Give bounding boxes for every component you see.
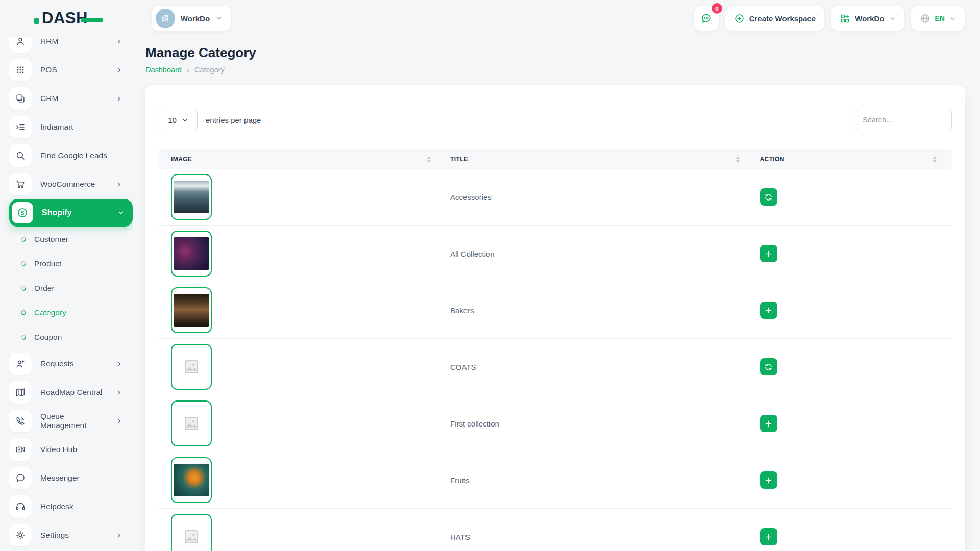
- category-photo: [174, 520, 209, 551]
- add-button[interactable]: [760, 302, 777, 319]
- sync-button[interactable]: [760, 358, 777, 375]
- category-title: Fruits: [450, 476, 470, 485]
- add-button[interactable]: [760, 471, 777, 489]
- image-cell: [159, 231, 438, 277]
- entries-value: 10: [168, 116, 177, 124]
- add-button[interactable]: [760, 245, 777, 262]
- chevron-down-icon: [889, 15, 896, 22]
- sidebar-item-helpdesk[interactable]: Helpdesk: [9, 492, 133, 521]
- sync-icon: [764, 193, 773, 202]
- column-label: IMAGE: [171, 156, 192, 163]
- image-cell: [159, 174, 438, 220]
- plus-icon: [764, 249, 773, 258]
- category-title: All Collection: [450, 249, 495, 258]
- category-photo: [174, 464, 209, 496]
- pos-icon: [9, 59, 32, 81]
- language-selector[interactable]: EN: [911, 6, 965, 31]
- chevron-down-icon: [182, 117, 188, 123]
- category-photo: [174, 294, 209, 327]
- sidebar-subitem-order[interactable]: Order: [9, 276, 133, 300]
- category-photo: [174, 237, 209, 270]
- sidebar-item-find-google-leads[interactable]: Find Google Leads: [9, 141, 133, 170]
- page-title: Manage Category: [145, 45, 980, 61]
- category-thumbnail: [171, 514, 212, 551]
- header-actions: 0 Create Workspace WorkDo EN: [694, 6, 965, 31]
- category-table: IMAGE TITLE ACTION: [159, 149, 952, 551]
- dot-icon: [20, 236, 27, 243]
- breadcrumb-dashboard-link[interactable]: Dashboard: [145, 66, 182, 74]
- sync-button[interactable]: [760, 188, 777, 206]
- dot-icon: [20, 260, 27, 267]
- messages-button[interactable]: 0: [694, 6, 719, 31]
- building-icon: [160, 13, 170, 23]
- table-row: First collection: [159, 395, 952, 452]
- sidebar-subitem-label: Order: [34, 284, 55, 293]
- sidebar-subitem-coupon[interactable]: Coupon: [9, 325, 133, 349]
- column-label: ACTION: [760, 156, 785, 163]
- app-logo[interactable]: DASH: [34, 9, 103, 28]
- sidebar-item-crm[interactable]: CRM: [9, 84, 133, 113]
- category-title: First collection: [450, 419, 499, 428]
- search-input[interactable]: [855, 110, 952, 130]
- workdo-apps-button[interactable]: WorkDo: [831, 6, 904, 31]
- sort-icon[interactable]: [736, 156, 740, 163]
- sidebar-subitem-product[interactable]: Product: [9, 252, 133, 276]
- sidebar-item-label: CRM: [40, 94, 58, 103]
- phone-icon: [9, 410, 32, 432]
- sidebar-item-label: HRM: [40, 37, 58, 46]
- table-row: HATS: [159, 509, 952, 551]
- chevron-down-icon: [215, 15, 223, 22]
- category-title: Accessories: [450, 193, 492, 202]
- sidebar-item-hrm[interactable]: HRM: [9, 37, 133, 56]
- image-cell: [159, 400, 438, 446]
- sidebar-item-shopify[interactable]: S Shopify: [9, 199, 133, 227]
- sort-icon[interactable]: [933, 156, 937, 163]
- chevron-right-icon: [116, 532, 122, 539]
- map-icon: [9, 381, 32, 404]
- user-plus-icon: [9, 353, 32, 375]
- sidebar-item-indiamart[interactable]: Indiamart: [9, 113, 133, 141]
- sidebar-item-settings[interactable]: Settings: [9, 521, 133, 549]
- sync-icon: [764, 363, 773, 371]
- sidebar-item-roadmap-central[interactable]: RoadMap Central: [9, 378, 133, 407]
- table-row: All Collection: [159, 226, 952, 282]
- logo-dash-icon: [81, 18, 103, 22]
- breadcrumb-separator: ›: [187, 65, 189, 74]
- sidebar-item-messenger[interactable]: Messenger: [9, 464, 133, 492]
- column-header-title[interactable]: TITLE: [438, 156, 747, 163]
- chevron-right-icon: [116, 95, 122, 102]
- headset-icon: [9, 495, 32, 518]
- chat-icon: [9, 467, 32, 489]
- sidebar-item-requests[interactable]: Requests: [9, 349, 133, 378]
- sort-icon[interactable]: [427, 156, 431, 163]
- action-cell: [747, 528, 952, 545]
- category-photo: [174, 407, 209, 440]
- sidebar-item-label: Find Google Leads: [40, 151, 107, 160]
- image-cell: [159, 344, 438, 390]
- add-button[interactable]: [760, 528, 777, 545]
- sidebar-subitem-customer[interactable]: Customer: [9, 227, 133, 252]
- sidebar-item-pos[interactable]: POS: [9, 56, 133, 84]
- category-photo: [174, 181, 209, 213]
- sidebar-item-woocommerce[interactable]: WooCommerce: [9, 170, 133, 198]
- dot-icon: [20, 309, 27, 316]
- create-workspace-button[interactable]: Create Workspace: [725, 6, 825, 31]
- entries-per-page-select[interactable]: 10: [159, 110, 198, 130]
- column-header-image[interactable]: IMAGE: [159, 156, 438, 163]
- add-button[interactable]: [760, 415, 777, 432]
- plus-icon: [764, 476, 773, 485]
- action-cell: [747, 188, 952, 206]
- image-cell: [159, 287, 438, 333]
- workspace-selector[interactable]: WorkDo: [152, 6, 231, 31]
- sidebar-subitem-category[interactable]: Category: [9, 300, 133, 325]
- sidebar-item-video-hub[interactable]: Video Hub: [9, 435, 133, 464]
- column-header-action[interactable]: ACTION: [747, 156, 952, 163]
- dot-icon: [20, 334, 27, 341]
- sidebar-item-label: Messenger: [40, 473, 80, 483]
- table-controls: 10 entries per page: [159, 110, 952, 130]
- action-cell: [747, 302, 952, 319]
- svg-text:S: S: [20, 210, 24, 216]
- workspace-name: WorkDo: [181, 14, 210, 23]
- sidebar-item-queue-management[interactable]: Queue Management: [9, 407, 133, 435]
- chat-bubble-icon: [700, 12, 713, 24]
